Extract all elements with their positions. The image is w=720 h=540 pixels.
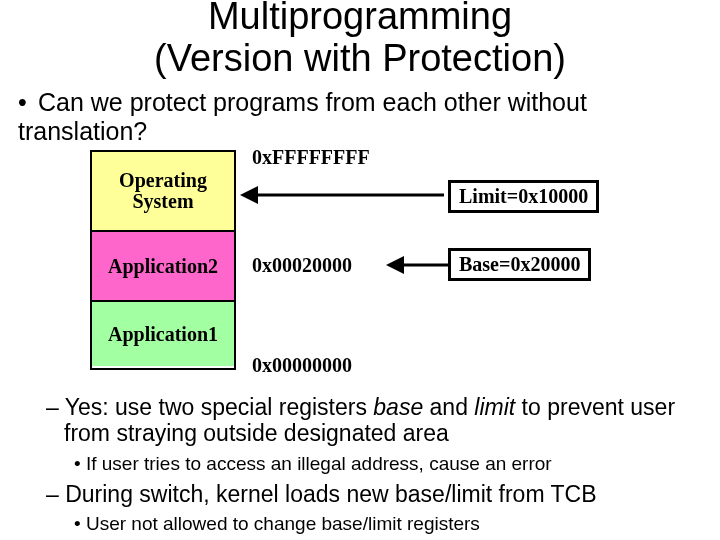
limit-register-box: Limit=0x10000 (448, 180, 599, 213)
answer-line4: • User not allowed to change base/limit … (74, 513, 702, 535)
mem-region-app1: Application1 (92, 302, 234, 366)
base-register-box: Base=0x20000 (448, 248, 591, 281)
title-line1: Multiprogramming (208, 0, 512, 37)
answer-line3: – During switch, kernel loads new base/l… (46, 481, 702, 507)
addr-mid: 0x00020000 (252, 254, 352, 277)
slide-title: Multiprogramming (Version with Protectio… (0, 0, 720, 80)
memory-column: Operating System Application2 Applicatio… (90, 150, 236, 370)
addr-bot: 0x00000000 (252, 354, 352, 377)
ans-l4-text: User not allowed to change base/limit re… (86, 513, 480, 534)
addr-top: 0xFFFFFFFF (252, 146, 370, 169)
mem-region-app2: Application2 (92, 232, 234, 302)
arrow-limit-icon (234, 185, 454, 205)
question-text: Can we protect programs from each other … (18, 88, 587, 145)
ans-l2-text: If user tries to access an illegal addre… (86, 453, 552, 474)
ans-l1a: Yes: use two special registers (65, 394, 374, 420)
answer-line2: • If user tries to access an illegal add… (74, 453, 702, 475)
question-bullet: •Can we protect programs from each other… (18, 88, 698, 146)
answer-block: – Yes: use two special registers base an… (18, 394, 702, 540)
ans-l1b: base (373, 394, 423, 420)
mem-region-os: Operating System (92, 152, 234, 232)
bullet-dot-icon: • (18, 88, 38, 117)
answer-line1: – Yes: use two special registers base an… (46, 394, 702, 447)
memory-diagram: Operating System Application2 Applicatio… (90, 150, 650, 385)
ans-l1c: and (423, 394, 474, 420)
ans-l1d: limit (474, 394, 515, 420)
ans-l3-text: During switch, kernel loads new base/lim… (65, 481, 596, 507)
title-line2: (Version with Protection) (154, 37, 566, 79)
